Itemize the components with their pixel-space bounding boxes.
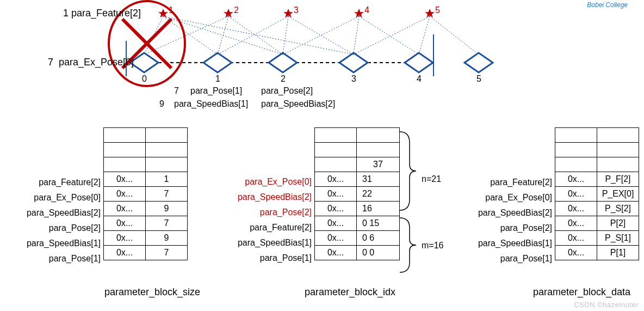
table-row: 0x...22 — [315, 187, 400, 202]
row-label: para_Pose[2] — [451, 221, 552, 236]
idx-labels: para_Ex_Pose[0]para_SpeedBias[2]para_Pos… — [218, 174, 312, 266]
frame-2: 2 — [281, 74, 286, 84]
row-label: para_Ex_Pose[0] — [0, 190, 101, 205]
svg-line-16 — [419, 16, 430, 54]
row-label: para_Pose[2] — [218, 205, 312, 220]
table-row: 0x...P_F[2] — [555, 172, 639, 187]
row-label: para_Pose[1] — [0, 251, 101, 266]
svg-line-6 — [163, 16, 354, 54]
parameter-block-size-table: 0x...10x...70x...90x...70x...90x...7 — [103, 127, 188, 260]
mid-sb1: para_SpeedBias[1] — [174, 99, 248, 109]
row-label: para_Feature[2] — [218, 220, 312, 235]
svg-line-18 — [430, 16, 479, 54]
size-labels: para_Feature[2]para_Ex_Pose[0]para_Speed… — [0, 175, 101, 266]
star-3: 3 — [294, 5, 299, 15]
table-row: 0x...P_S[1] — [555, 231, 639, 246]
row-label: para_SpeedBias[2] — [218, 190, 312, 205]
data-title: parameter_block_data — [533, 286, 630, 298]
svg-line-10 — [283, 16, 288, 54]
table-row: 0x...0 6 — [315, 231, 400, 246]
svg-line-9 — [228, 16, 283, 54]
svg-line-12 — [288, 16, 354, 54]
parameter-block-idx-table: 37 0x...310x...220x...160x...0 150x...0 … — [314, 127, 400, 260]
frame-1: 1 — [215, 74, 220, 84]
frame-4: 4 — [417, 74, 422, 84]
table-row: 0x...1 — [104, 172, 188, 187]
n-label: n=21 — [422, 174, 441, 184]
svg-line-13 — [354, 16, 359, 54]
size-title: parameter_block_size — [104, 286, 200, 298]
table-row: 0x...0 15 — [315, 216, 400, 231]
table-row: 0x...P[1] — [555, 246, 639, 260]
table-row: 0x...P_S[2] — [555, 202, 639, 216]
star-4: 4 — [364, 5, 369, 15]
data-labels: para_Feature[2]para_Ex_Pose[0]para_Speed… — [451, 175, 552, 266]
table-row: 0x...31 — [315, 172, 400, 187]
svg-line-11 — [218, 16, 288, 54]
star-2: 2 — [234, 5, 239, 15]
row-label: para_Ex_Pose[0] — [451, 190, 552, 205]
expose-prefix: 7 para_Ex_Pose[0] — [48, 57, 134, 68]
svg-line-15 — [359, 16, 419, 54]
mid-pose2: para_Pose[2] — [261, 86, 313, 96]
row-label: para_SpeedBias[2] — [0, 205, 101, 221]
frame-0: 0 — [142, 74, 147, 84]
svg-line-17 — [354, 16, 430, 54]
table-row: 0x...7 — [104, 216, 188, 231]
mid-pose1: para_Pose[1] — [190, 86, 242, 96]
row-label: para_Feature[2] — [0, 175, 101, 190]
star-1: 1 — [169, 5, 174, 15]
row-label: para_SpeedBias[1] — [218, 235, 312, 251]
feature-prefix: 1 para_Feature[2] — [63, 8, 141, 19]
row-label: para_SpeedBias[1] — [451, 236, 552, 251]
frame-3: 3 — [351, 74, 356, 84]
row-label: para_Pose[2] — [0, 221, 101, 236]
table-row: 0x...7 — [104, 187, 188, 202]
table-row: 0x...16 — [315, 202, 400, 216]
table-row: 0x...0 0 — [315, 246, 400, 260]
mid-prefix-7: 7 — [174, 86, 179, 96]
table-row: 0x...P_EX[0] — [555, 187, 639, 202]
row-label: para_Feature[2] — [451, 175, 552, 190]
frame-5: 5 — [476, 74, 481, 84]
mid-prefix-9: 9 — [159, 99, 164, 109]
row-label: para_Ex_Pose[0] — [218, 174, 312, 190]
table-row: 0x...9 — [104, 202, 188, 216]
table-row: 0x...7 — [104, 246, 188, 260]
parameter-block-data-table: 0x...P_F[2]0x...P_EX[0]0x...P_S[2]0x...P… — [555, 127, 639, 260]
m-label: m=16 — [422, 241, 443, 251]
table-row: 0x...9 — [104, 231, 188, 246]
star-5: 5 — [435, 5, 440, 15]
idx-title: parameter_block_idx — [305, 286, 395, 298]
mid-sb2: para_SpeedBias[2] — [261, 99, 335, 109]
row-label: para_SpeedBias[2] — [451, 205, 552, 221]
svg-line-7 — [218, 16, 228, 54]
svg-line-14 — [283, 16, 359, 54]
table-row: 0x...P[2] — [555, 216, 639, 231]
row-label: para_Pose[1] — [218, 251, 312, 266]
row-label: para_Pose[1] — [451, 251, 552, 266]
watermark: CSDN ©hazelnuter — [574, 301, 639, 309]
logo-text: Bobei College — [587, 1, 628, 9]
row-label: para_SpeedBias[1] — [0, 236, 101, 251]
